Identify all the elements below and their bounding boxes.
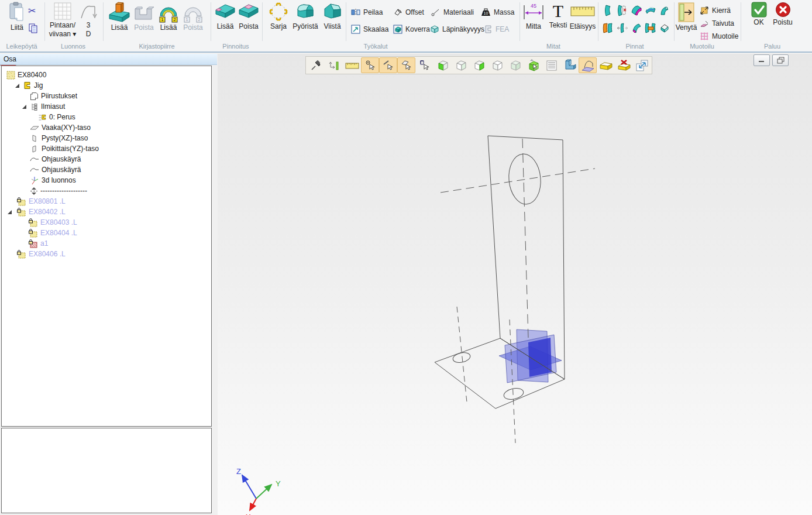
- round-button[interactable]: Pyöristä: [291, 2, 319, 30]
- material-button[interactable]: Materiaali: [431, 6, 474, 18]
- bend-button[interactable]: Taivuta: [700, 18, 734, 29]
- ribbon-separator: [741, 2, 741, 41]
- twist-button[interactable]: Kierrä: [700, 5, 731, 16]
- distance-button[interactable]: Etäisyys: [569, 2, 597, 30]
- side-face-button[interactable]: [470, 57, 488, 73]
- tree-item-ex80406[interactable]: EX80406 .L: [16, 249, 66, 259]
- library-add-button[interactable]: Lisää: [108, 2, 131, 32]
- cut-button[interactable]: ✂: [28, 5, 36, 16]
- tools-group-label: Työkalut: [364, 43, 388, 50]
- dimension-button[interactable]: 45 Mitta: [521, 2, 546, 30]
- ruler-button[interactable]: [343, 57, 361, 73]
- locked-part-icon: [28, 218, 38, 227]
- measure-mode-button[interactable]: [325, 57, 343, 73]
- sketch-3d-button[interactable]: 3 D: [78, 2, 98, 38]
- material-icon: [431, 8, 441, 17]
- surface-loft-button[interactable]: [645, 5, 656, 16]
- offset-button[interactable]: Offset: [393, 6, 424, 18]
- shaded-face-button[interactable]: [433, 57, 452, 73]
- tree-item-guide-curve-2[interactable]: Ohjauskäyrä: [30, 164, 81, 175]
- mass-button[interactable]: 10 Massa: [481, 6, 514, 18]
- surface-corner-button[interactable]: [659, 22, 670, 34]
- surface-bend-button[interactable]: [659, 5, 670, 16]
- snap-point-button[interactable]: [361, 57, 379, 73]
- tree-item-drawings[interactable]: Piirustukset: [30, 91, 77, 101]
- surface-offset-button[interactable]: [617, 22, 628, 34]
- solid-view-button[interactable]: [560, 57, 579, 73]
- delete-section-button[interactable]: [615, 57, 633, 73]
- swap-view-button[interactable]: [633, 57, 651, 73]
- library-remove-arch-button[interactable]: 1 2 Poista: [181, 2, 205, 32]
- scale-button[interactable]: Skaalaa: [351, 23, 388, 35]
- ok-button[interactable]: OK: [749, 2, 769, 26]
- shaded-box-button[interactable]: [506, 57, 524, 73]
- tree-item-ex80404[interactable]: EX80404 .L: [28, 228, 77, 238]
- exit-x-icon: [775, 2, 791, 18]
- tree-item-a1[interactable]: a1: [28, 238, 48, 249]
- tree-item-ex80402[interactable]: EX80402 .L: [16, 207, 66, 217]
- select-solid-button[interactable]: [524, 57, 542, 73]
- transparency-button[interactable]: Läpinäkyvyys: [430, 23, 484, 35]
- tree-item-plane-xy[interactable]: Vaaka(XY)-taso: [30, 122, 91, 133]
- tree-item-body[interactable]: Jig: [23, 80, 43, 91]
- series-icon: [269, 2, 288, 22]
- tree-item-ex80403[interactable]: EX80403 .L: [28, 217, 77, 228]
- copy-button[interactable]: [28, 22, 39, 34]
- offset-label: Offset: [405, 8, 424, 16]
- tree-item-ex80801[interactable]: EX80801 .L: [16, 196, 66, 207]
- restore-button[interactable]: [772, 54, 789, 66]
- tree-rollback-bar[interactable]: --------------------: [30, 186, 87, 196]
- tree-item-configurations[interactable]: Ilmiasut: [30, 101, 65, 112]
- surface-pair-button[interactable]: [603, 22, 614, 34]
- secondary-panel[interactable]: [1, 428, 212, 513]
- snap-face-button[interactable]: [397, 57, 415, 73]
- tree-item-config-base[interactable]: 0: Perus: [38, 112, 75, 122]
- tree-item-guide-curve-1[interactable]: Ohjauskäyrä: [30, 154, 81, 164]
- model-scene[interactable]: Z Y X: [218, 53, 812, 515]
- snap-edge-button[interactable]: [379, 57, 397, 73]
- open-box-button[interactable]: [452, 57, 470, 73]
- select-feature-button[interactable]: [415, 57, 433, 73]
- hollow-button[interactable]: Koverra: [393, 23, 430, 35]
- pin-button[interactable]: [307, 57, 325, 73]
- mirror-icon: [351, 8, 360, 17]
- wire-box-button[interactable]: [488, 57, 506, 73]
- scale-icon: [351, 25, 360, 34]
- section-tray-icon: [599, 59, 613, 72]
- shape-button[interactable]: Muotoile: [700, 30, 738, 42]
- sketch-3d-label-1: 3: [87, 22, 91, 29]
- expand-arrow[interactable]: [7, 210, 12, 215]
- coating-add-button[interactable]: Lisää: [214, 2, 236, 30]
- paste-button[interactable]: Liitä: [5, 2, 29, 32]
- surface-between-button[interactable]: [645, 22, 656, 34]
- library-remove-button[interactable]: Poista: [132, 2, 156, 32]
- stretch-button[interactable]: Venytä: [675, 2, 697, 32]
- mirror-button[interactable]: Peilaa: [351, 6, 383, 18]
- tree-item-plane-yz[interactable]: Poikittais(YZ)-taso: [30, 143, 99, 154]
- coating-remove-button[interactable]: Poista: [238, 2, 260, 30]
- fea-button[interactable]: FEA: [483, 23, 509, 35]
- surface-delete-button[interactable]: [617, 5, 628, 16]
- text-button[interactable]: T Teksti: [548, 2, 569, 29]
- sketch-plane-button[interactable]: [579, 57, 597, 73]
- ribbon-separator: [519, 2, 520, 41]
- minimize-button[interactable]: [753, 54, 770, 66]
- feature-tree[interactable]: EX80400 Jig Piirustukset Ilmiasut 0: Per…: [1, 66, 212, 427]
- library-add-arch-button[interactable]: 1 2 Lisää: [157, 2, 180, 32]
- feature-list-button[interactable]: [542, 57, 560, 73]
- chamfer-button[interactable]: Viistä: [321, 2, 344, 30]
- tree-item-plane-xz[interactable]: Pysty(XZ)-taso: [30, 133, 88, 143]
- hole-axis-vertical: [522, 139, 528, 338]
- tree-item-root[interactable]: EX80400: [6, 70, 46, 80]
- expand-arrow[interactable]: [15, 83, 20, 88]
- series-button[interactable]: Sarja: [267, 2, 290, 30]
- surface-fillet-button[interactable]: [631, 5, 642, 16]
- sketch-to-surface-button[interactable]: Pintaan/ viivaan ▾: [48, 2, 77, 38]
- expand-arrow[interactable]: [22, 104, 27, 109]
- tree-item-sketch-3d[interactable]: 3d luonnos: [30, 175, 76, 186]
- surface-trim-button[interactable]: [631, 22, 642, 34]
- surface-plane-button[interactable]: [603, 5, 614, 16]
- exit-button[interactable]: Poistu: [771, 2, 794, 26]
- datum-planes[interactable]: [499, 329, 562, 383]
- section-tray-button[interactable]: [597, 57, 615, 73]
